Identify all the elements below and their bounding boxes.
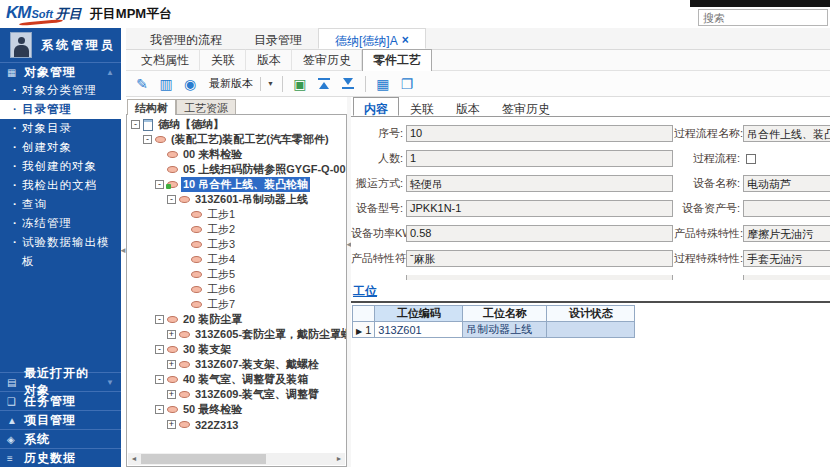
sidebar-item[interactable]: ·我检出的文档 xyxy=(0,176,121,195)
tree-node[interactable]: 工步6 xyxy=(127,282,346,297)
doc-tab[interactable]: 关联 xyxy=(200,49,246,72)
expand-plus-icon[interactable]: + xyxy=(167,420,176,429)
sidebar-section-task[interactable]: ❑任务管理 xyxy=(0,391,121,410)
collapse-top-icon[interactable] xyxy=(313,74,335,94)
main-tab[interactable]: 我管理的流程 xyxy=(134,28,238,49)
doc-tab[interactable]: 文档属性 xyxy=(130,49,200,72)
tree-node[interactable]: -50 最终检验 xyxy=(127,402,346,417)
sidebar-item[interactable]: ·目录管理 xyxy=(0,100,121,119)
form-input[interactable]: JPKK1N-1 xyxy=(406,200,673,217)
calendar-edit-icon[interactable]: ▦ xyxy=(372,74,394,94)
sidebar-section-recent[interactable]: ▤最近打开的对象▼ xyxy=(0,372,121,391)
form-input[interactable] xyxy=(743,275,830,280)
document-edit-icon[interactable]: ✎ xyxy=(131,74,153,94)
station-status-cell[interactable] xyxy=(547,322,635,338)
form-input[interactable]: 摩擦片无油污 xyxy=(743,225,830,242)
scroll-right-icon[interactable]: ► xyxy=(333,453,345,465)
row-selector-cell[interactable]: ▶1 xyxy=(353,322,375,338)
tree-node[interactable]: 工步5 xyxy=(127,267,346,282)
tree-node[interactable]: 工步3 xyxy=(127,237,346,252)
tree-node[interactable]: +322Z313 xyxy=(127,417,346,432)
copy-icon[interactable]: ❐ xyxy=(396,74,418,94)
tree-node[interactable]: 工步4 xyxy=(127,252,346,267)
doc-tab[interactable]: 版本 xyxy=(246,49,292,72)
globe-icon[interactable]: ◉ xyxy=(179,74,201,94)
tree-node[interactable]: -40 装气室、调整臂及装箱 xyxy=(127,372,346,387)
sidebar-item[interactable]: ·试验数据输出模板 xyxy=(0,233,121,252)
form-input[interactable]: ˉ麻胀 xyxy=(406,250,673,267)
sidebar-item[interactable]: ·查询 xyxy=(0,195,121,214)
form-input[interactable]: 轻便吊 xyxy=(406,175,673,192)
form-input[interactable]: 电动葫芦 xyxy=(743,175,830,192)
form-input[interactable]: 10 xyxy=(406,125,673,142)
collapse-minus-icon[interactable]: - xyxy=(167,195,176,204)
form-input[interactable]: 0.58 xyxy=(406,225,673,242)
main-tab[interactable]: 目录管理 xyxy=(238,28,318,49)
sidebar-item[interactable]: ·冻结管理 xyxy=(0,214,121,233)
tree-node[interactable]: 05 上线扫码防错参照GYGF-Q-00 xyxy=(127,162,346,177)
sidebar-section-system[interactable]: ◈系统 xyxy=(0,429,121,448)
tree-node[interactable]: +313Z607-装支架、戴螺栓 xyxy=(127,357,346,372)
station-column-header[interactable]: 工位名称 xyxy=(463,306,547,322)
tree-node[interactable]: 00 来料检验 xyxy=(127,147,346,162)
scroll-left-icon[interactable]: ◄ xyxy=(128,453,140,465)
sidebar-item[interactable]: ·对象分类管理 xyxy=(0,81,121,100)
collapse-minus-icon[interactable]: - xyxy=(143,135,152,144)
tree-node[interactable]: -20 装防尘罩 xyxy=(127,312,346,327)
collapse-minus-icon[interactable]: - xyxy=(155,180,164,189)
doc-tab[interactable]: 签审历史 xyxy=(292,49,362,72)
tab-structure-tree[interactable]: 结构树 xyxy=(127,99,176,115)
collapse-minus-icon[interactable]: - xyxy=(155,315,164,324)
station-link[interactable]: 工位 xyxy=(353,284,377,298)
version-dropdown[interactable]: 最新版本 ▼ xyxy=(203,76,276,91)
chevron-up-icon[interactable]: ▲ xyxy=(106,68,115,77)
tree-node[interactable]: 工步7 xyxy=(127,297,346,312)
scrollbar-thumb[interactable] xyxy=(141,454,266,464)
table-row[interactable]: ▶1313Z601吊制动器上线 xyxy=(353,322,635,338)
collapse-minus-icon[interactable]: - xyxy=(155,375,164,384)
main-tab[interactable]: 德纳[德纳]A× xyxy=(318,28,426,49)
collapse-bottom-icon[interactable] xyxy=(337,74,359,94)
form-input[interactable]: 手套无油污 xyxy=(743,250,830,267)
station-name-cell[interactable]: 吊制动器上线 xyxy=(463,322,547,338)
export-icon[interactable]: ▥ xyxy=(155,74,177,94)
process-flow-checkbox[interactable] xyxy=(746,154,756,164)
image-icon[interactable]: ▣ xyxy=(289,74,311,94)
chevron-down-icon[interactable]: ▼ xyxy=(260,77,274,91)
detail-tab[interactable]: 版本 xyxy=(445,97,491,116)
sidebar-item[interactable]: ·我创建的对象 xyxy=(0,157,121,176)
expand-plus-icon[interactable]: + xyxy=(167,360,176,369)
tree-node[interactable]: 工步2 xyxy=(127,222,346,237)
form-input[interactable] xyxy=(743,200,830,217)
tree-node[interactable]: -10 吊合件上线、装凸轮轴 xyxy=(127,177,346,192)
tree-node[interactable]: -30 装支架 xyxy=(127,342,346,357)
tree-node[interactable]: 工步1 xyxy=(127,207,346,222)
tree-node[interactable]: -德纳【德纳】 xyxy=(127,117,346,132)
sidebar-item[interactable]: ·创建对象 xyxy=(0,138,121,157)
station-code-cell[interactable]: 313Z601 xyxy=(375,322,463,338)
collapse-minus-icon[interactable]: - xyxy=(155,405,164,414)
form-input[interactable] xyxy=(406,275,673,280)
sidebar-section-history[interactable]: ≡历史数据 xyxy=(0,448,121,467)
expand-plus-icon[interactable]: + xyxy=(167,330,176,339)
tree-node[interactable]: -313Z601-吊制动器上线 xyxy=(127,192,346,207)
tab-process-resources[interactable]: 工艺资源 xyxy=(176,99,236,115)
form-input[interactable]: 吊合件上线、装凸轮轴 xyxy=(743,125,830,142)
collapse-minus-icon[interactable]: - xyxy=(131,120,140,129)
doc-tab[interactable]: 零件工艺 xyxy=(362,49,432,72)
detail-tab[interactable]: 内容 xyxy=(353,97,399,116)
tree-horizontal-scrollbar[interactable]: ◄ ► xyxy=(128,453,345,465)
form-input[interactable]: 1 xyxy=(406,150,673,167)
search-input[interactable] xyxy=(698,9,828,26)
detail-tab[interactable]: 签审历史 xyxy=(491,97,561,116)
chevron-down-icon[interactable]: ▼ xyxy=(106,378,115,387)
collapse-minus-icon[interactable]: - xyxy=(155,345,164,354)
close-icon[interactable]: × xyxy=(402,33,409,48)
sidebar-section-object-management[interactable]: ▦ 对象管理 ▲ xyxy=(0,62,121,81)
detail-tab[interactable]: 关联 xyxy=(399,97,445,116)
sidebar-item[interactable]: ·对象目录 xyxy=(0,119,121,138)
tree-node[interactable]: -(装配工艺)装配工艺(汽车零部件) xyxy=(127,132,346,147)
sidebar-section-project[interactable]: ▲项目管理 xyxy=(0,410,121,429)
station-column-header[interactable]: 设计状态 xyxy=(547,306,635,322)
tree-node[interactable]: +313Z609-装气室、调整臂 xyxy=(127,387,346,402)
